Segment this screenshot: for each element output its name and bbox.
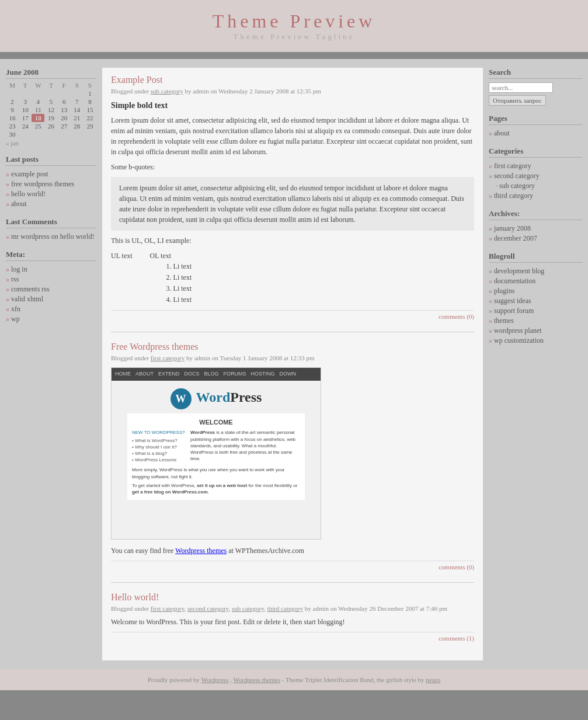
comments-link-anchor[interactable]: comments (1)	[439, 635, 474, 642]
list-item[interactable]: wordpress planet	[489, 326, 582, 336]
calendar-day[interactable]: 20	[58, 114, 71, 122]
wp-top-bar: HOME ABOUT EXTEND DOCS BLOG FORUMS HOSTI…	[112, 368, 321, 381]
wp-text-logo: WordPress	[196, 387, 262, 408]
list-item[interactable]: wp customization	[489, 336, 582, 346]
wordpress-themes-link[interactable]: Wordpress themes	[233, 676, 280, 683]
calendar-day	[44, 130, 57, 138]
third-category-link[interactable]: third category	[267, 605, 303, 612]
second-category-link[interactable]: second category	[187, 605, 228, 612]
wordpress-link[interactable]: Wordpress	[201, 676, 228, 683]
list-item[interactable]: valid xhtml	[6, 294, 96, 304]
calendar-day	[58, 89, 71, 98]
categories-section: Categories first categorysecond category…	[489, 147, 582, 201]
calendar-day[interactable]: 4	[32, 98, 44, 106]
calendar-day[interactable]: 12	[44, 106, 57, 114]
list-item[interactable]: comments rss	[6, 284, 96, 294]
calendar-day[interactable]: 21	[71, 114, 83, 122]
calendar-day[interactable]: 24	[19, 122, 32, 130]
list-item[interactable]: suggest ideas	[489, 296, 582, 306]
calendar-day[interactable]: 16	[6, 114, 19, 122]
calendar-day[interactable]: 2	[6, 98, 19, 106]
post-title-link[interactable]: Hello world!	[111, 592, 159, 602]
post-subheading: Simple bold text	[111, 99, 474, 112]
calendar-day[interactable]: 15	[83, 106, 96, 114]
calendar-day	[19, 89, 32, 98]
list-item[interactable]: sub category	[489, 181, 582, 191]
list-item[interactable]: support forum	[489, 306, 582, 316]
comments-link: comments (1)	[111, 632, 474, 642]
calendar-day[interactable]: 28	[71, 122, 83, 130]
list-item[interactable]: wp	[6, 314, 96, 324]
calendar-day[interactable]: 26	[44, 122, 57, 130]
sub-category-link[interactable]: sub category	[151, 88, 183, 95]
comments-link: comments (0)	[111, 561, 474, 571]
calendar-section: June 2008 MTWTFSS 1234567891011121314151…	[6, 68, 96, 147]
footer-text: Proudly powered by	[148, 676, 201, 683]
list-item[interactable]: about	[6, 199, 96, 209]
post-title-link[interactable]: Free Wordpress themes	[111, 342, 199, 352]
first-category-link[interactable]: first category	[151, 354, 185, 361]
list-item[interactable]: first category	[489, 161, 582, 171]
list-item[interactable]: second category	[489, 171, 582, 181]
calendar-day[interactable]: 29	[83, 122, 96, 130]
ul-ol-example: UL text OL text Li text Li text Li text …	[111, 251, 474, 305]
list-item: Li text	[173, 261, 192, 272]
calendar-day-header: S	[71, 81, 83, 89]
list-item[interactable]: themes	[489, 316, 582, 326]
wordpress-themes-link[interactable]: Wordpress themes	[175, 547, 227, 555]
calendar-day[interactable]: 30	[6, 130, 19, 138]
calendar-day[interactable]: 11	[32, 106, 44, 114]
comments-link-anchor[interactable]: comments (0)	[439, 313, 474, 320]
categories-list: first categorysecond categorysub categor…	[489, 161, 582, 201]
calendar-day[interactable]: 25	[32, 122, 44, 130]
calendar-day[interactable]: 3	[19, 98, 32, 106]
list-item[interactable]: plugins	[489, 286, 582, 296]
list-item: Li text	[173, 294, 192, 305]
calendar-day	[6, 89, 19, 98]
list-item[interactable]: january 2008	[489, 224, 582, 234]
list-item[interactable]: development blog	[489, 266, 582, 276]
list-item[interactable]: rss	[6, 274, 96, 284]
calendar-day[interactable]: 17	[19, 114, 32, 122]
calendar-day[interactable]: 13	[58, 106, 71, 114]
sub-category-link[interactable]: sub category	[232, 605, 264, 612]
list-item[interactable]: december 2007	[489, 234, 582, 244]
list-item[interactable]: about	[489, 128, 582, 138]
calendar-day[interactable]: 23	[6, 122, 19, 130]
first-category-link[interactable]: first category	[151, 605, 185, 612]
list-item[interactable]: example post	[6, 169, 96, 179]
list-item[interactable]: third category	[489, 191, 582, 201]
post-title: Free Wordpress themes	[111, 342, 474, 352]
calendar-day[interactable]: 10	[19, 106, 32, 114]
archives-list: january 2008december 2007	[489, 224, 582, 244]
post-hello-world: Hello world! Blogged under first categor…	[111, 592, 474, 642]
calendar-day[interactable]: 1	[83, 89, 96, 98]
search-button[interactable]: Отправить запрос	[489, 95, 546, 106]
calendar-day[interactable]: 19	[44, 114, 57, 122]
post-meta: Blogged under first category, second cat…	[111, 605, 474, 612]
archives-section: Archives: january 2008december 2007	[489, 209, 582, 244]
list-item[interactable]: documentation	[489, 276, 582, 286]
calendar-prev-link[interactable]: « jan	[6, 140, 96, 147]
meta-heading: Meta:	[6, 250, 96, 261]
calendar-day[interactable]: 18	[32, 114, 44, 122]
calendar-day[interactable]: 6	[58, 98, 71, 106]
neuro-link[interactable]: neuro	[426, 676, 440, 683]
calendar-day[interactable]: 5	[44, 98, 57, 106]
list-item: Li text	[173, 283, 192, 294]
search-input[interactable]	[489, 82, 553, 93]
comments-link-anchor[interactable]: comments (0)	[439, 564, 474, 571]
list-item[interactable]: log in	[6, 265, 96, 274]
list-item[interactable]: hello world!	[6, 189, 96, 199]
list-item[interactable]: xfn	[6, 304, 96, 314]
calendar-day[interactable]: 8	[83, 98, 96, 106]
blogroll-section: Blogroll development blogdocumentationpl…	[489, 252, 582, 346]
calendar-day[interactable]: 22	[83, 114, 96, 122]
list-item[interactable]: free wordpress themes	[6, 179, 96, 189]
post-title-link[interactable]: Example Post	[111, 75, 162, 85]
calendar-day[interactable]: 14	[71, 106, 83, 114]
calendar-day[interactable]: 27	[58, 122, 71, 130]
calendar-day[interactable]: 9	[6, 106, 19, 114]
ul-ol-intro: This is UL, OL, LI example:	[111, 235, 474, 246]
calendar-day[interactable]: 7	[71, 98, 83, 106]
